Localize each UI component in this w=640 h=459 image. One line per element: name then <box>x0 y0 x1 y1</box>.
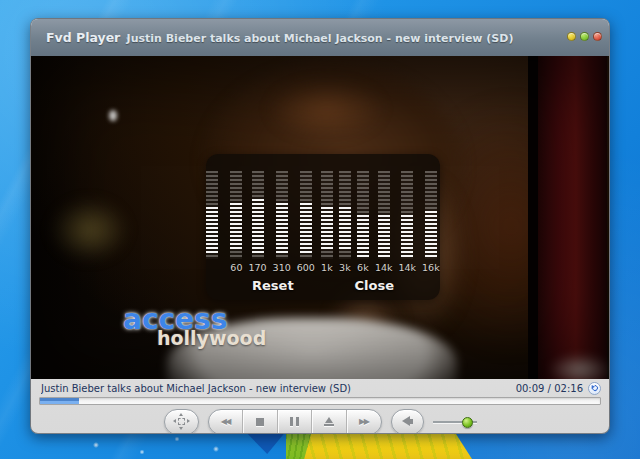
seek-bar[interactable] <box>39 397 601 405</box>
eq-band-handle <box>339 207 351 251</box>
eq-band-handle <box>230 203 242 251</box>
eq-band-label: 60 <box>230 262 242 273</box>
eq-band-handle <box>425 211 437 259</box>
eq-band-14k2[interactable]: 14k <box>398 171 416 273</box>
eq-band-track[interactable] <box>357 171 369 259</box>
app-name: Fvd Player <box>46 30 120 45</box>
eq-band-track[interactable] <box>276 171 288 259</box>
watermark-hollywood: hollywood <box>157 329 266 348</box>
wallpaper-grass <box>286 430 312 459</box>
video-area[interactable]: access hollywood 60 170 310 600 1k <box>31 56 609 379</box>
window-controls <box>567 32 602 41</box>
volume-knob[interactable] <box>462 417 473 428</box>
volume-button[interactable] <box>391 409 424 435</box>
eq-band-handle <box>378 215 390 259</box>
eq-band-track[interactable] <box>230 171 242 259</box>
eq-band-handle <box>206 207 218 255</box>
transport-controls: ◀◀ ▶▶ <box>31 406 609 434</box>
eq-band-6k[interactable]: 6k <box>357 171 369 273</box>
eq-close-button[interactable]: Close <box>355 278 394 293</box>
eq-buttons: Reset Close <box>206 278 440 293</box>
eq-bands: 60 170 310 600 1k 3k 6k 14k <box>216 171 430 273</box>
loop-button[interactable] <box>588 382 601 395</box>
eq-band-3k[interactable]: 3k <box>339 171 351 273</box>
eq-band-label: 600 <box>297 262 315 273</box>
seek-row <box>31 395 609 406</box>
eq-band-track[interactable] <box>378 171 390 259</box>
fullscreen-button[interactable] <box>164 409 199 435</box>
close-button[interactable] <box>593 32 602 41</box>
watermark: access hollywood <box>123 306 266 348</box>
fast-forward-button[interactable]: ▶▶ <box>346 410 381 434</box>
wallpaper-yellow-field <box>286 430 472 459</box>
eq-reset-button[interactable]: Reset <box>252 278 294 293</box>
eq-band-handle <box>300 203 312 255</box>
fast-forward-icon: ▶▶ <box>359 418 368 426</box>
eq-band-track[interactable] <box>401 171 413 259</box>
eq-band-label: 14k <box>398 262 416 273</box>
fullscreen-icon <box>174 414 189 429</box>
eq-band-handle <box>252 199 264 255</box>
eq-band-preamp[interactable] <box>206 171 218 273</box>
eq-band-handle <box>357 215 369 259</box>
now-playing-text: Justin Bieber talks about Michael Jackso… <box>41 383 516 394</box>
pause-icon <box>290 417 299 426</box>
transport-group: ◀◀ ▶▶ <box>208 409 382 435</box>
eq-band-track[interactable] <box>252 171 264 259</box>
eq-band-track[interactable] <box>206 171 218 259</box>
eq-band-1k[interactable]: 1k <box>321 171 333 273</box>
eq-band-600[interactable]: 600 <box>297 171 315 273</box>
seek-fill <box>40 398 79 404</box>
stop-icon <box>256 418 264 426</box>
player-window: Fvd Player ▾ Justin Bieber talks about M… <box>30 18 610 434</box>
eject-icon <box>324 417 334 426</box>
titlebar[interactable]: Fvd Player ▾ Justin Bieber talks about M… <box>31 19 609 56</box>
eq-band-handle <box>321 207 333 251</box>
volume-slider[interactable] <box>433 415 477 429</box>
eq-band-handle <box>401 215 413 259</box>
eject-button[interactable] <box>311 410 346 434</box>
time-display: 00:09 / 02:16 <box>516 383 583 394</box>
eq-band-label: 6k <box>357 262 369 273</box>
minimize-button[interactable] <box>567 32 576 41</box>
eq-band-14k[interactable]: 14k <box>375 171 393 273</box>
rewind-button[interactable]: ◀◀ <box>209 410 243 434</box>
eq-band-track[interactable] <box>425 171 437 259</box>
speaker-icon <box>401 416 414 428</box>
eq-band-60[interactable]: 60 <box>230 171 242 273</box>
app-menu-button[interactable]: Fvd Player ▾ <box>46 30 130 45</box>
eq-band-label: 16k <box>422 262 440 273</box>
stop-button[interactable] <box>242 410 277 434</box>
eq-band-track[interactable] <box>339 171 351 259</box>
window-title: Justin Bieber talks about Michael Jackso… <box>127 31 514 44</box>
eq-band-label: 170 <box>248 262 266 273</box>
eq-band-310[interactable]: 310 <box>273 171 291 273</box>
eq-band-track[interactable] <box>321 171 333 259</box>
equalizer-panel: 60 170 310 600 1k 3k 6k 14k <box>206 154 440 300</box>
rewind-icon: ◀◀ <box>221 418 230 426</box>
status-bar: Justin Bieber talks about Michael Jackso… <box>31 379 609 395</box>
eq-band-label: 3k <box>339 262 351 273</box>
eq-band-16k[interactable]: 16k <box>422 171 440 273</box>
eq-band-170[interactable]: 170 <box>248 171 266 273</box>
eq-band-handle <box>276 203 288 255</box>
pause-button[interactable] <box>277 410 312 434</box>
eq-band-label: 14k <box>375 262 393 273</box>
maximize-button[interactable] <box>580 32 589 41</box>
eq-band-label: 1k <box>321 262 333 273</box>
eq-band-label: 310 <box>273 262 291 273</box>
eq-band-track[interactable] <box>300 171 312 259</box>
